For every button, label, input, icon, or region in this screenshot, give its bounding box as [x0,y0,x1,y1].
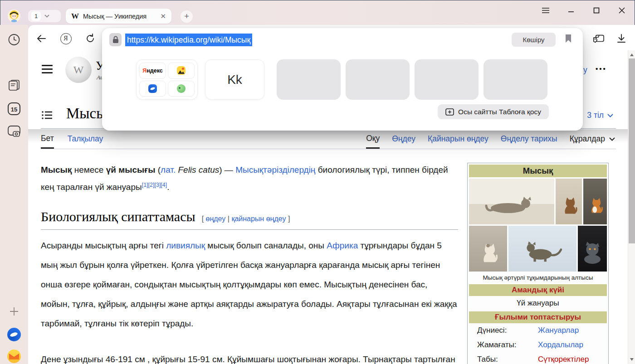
section-heading: Биологиялық сипаттамасы[ өңдеу | қайнары… [41,209,458,230]
separator: | [225,215,231,223]
scrollbar-down-arrow-icon[interactable] [630,358,634,361]
wiki-header-more-icon[interactable]: ••• [596,65,607,73]
section-title: Биологиялық сипаттамасы [41,209,195,224]
tab-close-icon[interactable]: ✕ [160,12,166,20]
wikipedia-favicon: W [71,12,79,21]
bookmark-icon[interactable] [565,34,572,43]
add-to-tablo-button[interactable]: Осы сайтты Таблоға қосу [438,104,549,119]
tab-edit-source[interactable]: Қайнарын өңдеу [428,129,488,149]
language-button[interactable]: 3 тіл [587,111,613,120]
close-icon[interactable] [617,5,627,15]
chevron-down-icon [609,137,615,141]
browser-sidebar: 15 • • • [0,25,28,364]
omnibox-dropdown-panel: https://kk.wikipedia.org/wiki/Мысық Көші… [102,28,583,131]
tab-title: Мысық — Уикипедия [83,13,156,20]
profile-avatar[interactable] [8,10,20,22]
taxonomy-label: Жамағаты: [477,340,538,349]
add-plus-icon [445,108,454,116]
chevron-down-icon [607,114,613,117]
copy-url-button[interactable]: Көшіру [512,33,556,47]
taxonomy-red-link[interactable]: Сүтқоректілер [538,355,589,364]
cat-photo-tabby-snow[interactable] [508,226,576,272]
tab-talk[interactable]: Талқылау [68,129,103,149]
lock-icon[interactable] [109,33,122,46]
add-panel-icon[interactable] [9,306,20,317]
toc-icon[interactable] [42,111,53,120]
images-mini-tile[interactable] [168,63,195,79]
tile-empty[interactable] [484,59,547,100]
infobox-title: Мысық [469,165,607,177]
scrollbar-up-arrow-icon[interactable] [630,53,634,56]
calendar-date: 15 [11,106,17,113]
history-icon[interactable] [8,34,20,46]
yellow-app-icon [177,66,186,75]
green-app-icon [177,84,186,93]
bracket: ] [286,215,290,223]
tile-empty[interactable] [277,59,341,100]
tab-edit[interactable]: Өңдеу [392,129,415,149]
browser-main-area: Я W Уикипедия Ашық энциклопедия у ••• [28,25,635,364]
tab-read[interactable]: Оқу [366,129,380,149]
infobox-status-header: Амандық күйі [469,284,607,296]
wiki-page-tabs: Бет Талқылау Оқу Өңдеу Қайнарын өңдеу Өң… [41,129,616,149]
browser-menu-icon[interactable] [541,5,551,15]
browser-tab-active[interactable]: W Мысық — Уикипедия ✕ [66,9,171,24]
article-content: Мысық немесе үй мысығы (лат. Felis catus… [41,161,458,364]
language-button-label: 3 тіл [587,111,604,120]
download-icon[interactable] [615,33,627,44]
new-tab-button[interactable]: + [181,10,193,23]
avatar-girl-icon [8,10,20,22]
window-controls [541,5,627,15]
taxonomy-link[interactable]: Хордалылар [538,340,583,349]
tab-history[interactable]: Өңделу тарихы [501,129,557,149]
scrollbar-thumb[interactable] [629,58,635,243]
tile-kk-wikipedia[interactable]: Kk [205,59,264,100]
cat-photo-gray[interactable] [578,226,607,272]
section-edit-links: [ өңдеу | қайнарын өңдеу ] [202,215,290,223]
yandex-search-icon[interactable]: Я [60,33,72,44]
back-icon[interactable] [35,33,47,44]
yandex-browser-logo[interactable] [7,328,21,341]
edit-link[interactable]: өңдеу [206,215,226,223]
screenshot-icon[interactable] [7,125,21,138]
wikipedia-logo[interactable]: W [65,57,92,83]
add-to-tablo-label: Осы сайтты Таблоға қосу [458,108,541,116]
titlebar: 1 W Мысық — Уикипедия ✕ + [0,0,635,25]
tile-empty[interactable] [415,59,479,100]
taxonomy-link[interactable]: Жануарлар [538,326,579,335]
bracket: [ [202,215,206,223]
infobox-taxonomy-header: Ғылыми топтастыруы [469,311,607,323]
tab-tools-label: Құралдар [570,134,605,144]
url-input[interactable]: https://kk.wikipedia.org/wiki/Мысық [125,34,252,46]
edit-source-link[interactable]: қайнарын өңдеу [231,215,286,223]
tile-yandex-group[interactable]: Яндекс [136,59,198,100]
yandex-mini-tile[interactable]: Яндекс [139,63,166,79]
tile-empty[interactable] [346,59,410,100]
tab-page[interactable]: Бет [41,129,54,149]
collections-icon[interactable] [593,33,605,44]
infobox-caption: Мысық әртүрлі тұқымдарының алтысы [469,272,607,283]
tab-tools[interactable]: Құралдар [570,129,615,149]
infobox-status-value: Үй жануары [469,296,607,311]
wiki-menu-icon[interactable] [42,65,53,73]
lead-paragraph: Мысық немесе үй мысығы (лат. Felis catus… [41,161,458,196]
yandex-mail-icon[interactable] [7,349,21,363]
cat-photo-tabby-lying[interactable] [469,179,554,224]
taxonomy-row: Дүниесі: Жануарлар [469,323,607,338]
page-scrollbar[interactable] [628,50,635,364]
reload-icon[interactable] [84,33,96,44]
cat-photo-siamese[interactable] [469,226,507,272]
maximize-icon[interactable] [591,5,601,15]
infobox: Мысық [467,163,609,364]
wiki-header-partial-link[interactable]: у [583,65,587,75]
cat-photo-abyssinian[interactable] [556,179,582,224]
tab-group-pill[interactable]: 1 [28,10,61,22]
minimize-icon[interactable] [566,5,576,15]
blue-app-icon [148,84,157,93]
feed-icon[interactable] [8,79,20,91]
browser-mini-tile[interactable] [139,81,166,97]
calendar-icon[interactable]: 15 [7,102,21,116]
game-mini-tile[interactable] [168,81,195,97]
taxonomy-row: Табы: Сүтқоректілер [469,352,607,364]
cat-photo-orange-white[interactable] [583,179,607,224]
